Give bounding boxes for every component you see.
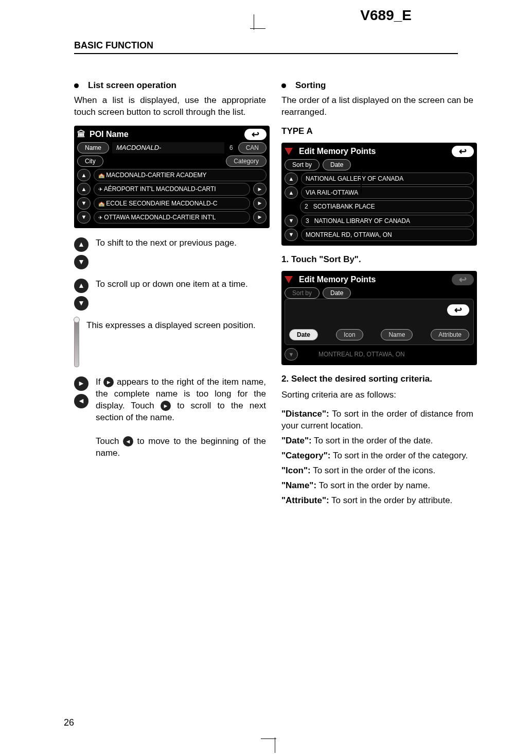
pin-icon (285, 276, 293, 283)
page-down-button[interactable]: ▼ (285, 229, 298, 241)
criteria-name-text: To sort in the order by name. (316, 480, 430, 490)
sort-by-value: Date (323, 287, 351, 299)
sort-option-name[interactable]: Name (381, 329, 413, 340)
scroll-right-button[interactable]: ► (253, 183, 267, 195)
city-tab[interactable]: City (77, 156, 103, 167)
poi-name-screenshot: 🏛 POI Name ↩ Name MACDONALD- 6 CAN City … (74, 126, 270, 228)
left-bullet-title: List screen operation (88, 80, 176, 92)
mem-row-4[interactable]: MONTREAL RD, OTTAWA, ON (301, 229, 474, 241)
sort-by-value[interactable]: Date (323, 159, 351, 170)
document-id: V689_E (360, 7, 412, 24)
criteria-icon-text: To sort in the order of the icons. (311, 466, 436, 475)
back-button[interactable]: ↩ (452, 146, 474, 157)
region-button[interactable]: CAN (238, 142, 267, 153)
mem-row-3-idx: 3 (306, 217, 309, 225)
arrow-desc-2a: Touch (96, 436, 123, 446)
criteria-name: "Name": To sort in the order by name. (281, 480, 473, 492)
criteria-intro: Sorting criteria are as follows: (281, 389, 473, 401)
criteria-attribute: "Attribute": To sort in the order by att… (281, 495, 473, 507)
right-bullet-heading: Sorting (281, 80, 473, 92)
page-up-button[interactable]: ▲ (285, 173, 298, 185)
name-tab[interactable]: Name (77, 142, 109, 153)
criteria-distance: "Distance": To sort in the order of dist… (281, 408, 473, 432)
left-bullet-heading: List screen operation (74, 80, 266, 92)
scroll-right-icon: ► (74, 376, 88, 391)
scroll-right-button[interactable]: ► (253, 197, 267, 210)
edit-memory-title: Edit Memory Points (299, 146, 376, 157)
sort-by-button-disabled: Sort by (285, 287, 320, 299)
left-column: List screen operation When a list is dis… (74, 80, 266, 510)
sort-screenshot-title: Edit Memory Points (299, 274, 376, 285)
section-header: BASIC FUNCTION (74, 40, 458, 54)
criteria-list: "Distance": To sort in the order of dist… (281, 408, 473, 507)
overlay-back-button[interactable]: ↩ (447, 304, 469, 316)
step-1: 1. Touch "Sort By". (281, 254, 473, 266)
plane-icon: ✈ (98, 215, 102, 220)
inline-right-icon: ► (161, 401, 171, 411)
name-scroll-desc: If ► appears to the right of the item na… (96, 376, 266, 459)
page-down-button[interactable]: ▼ (77, 211, 91, 224)
mem-row-2[interactable]: 2 SCOTIABANK PLACE (300, 200, 474, 213)
poi-row-0[interactable]: 🏫 MACDONALD-CARTIER ACADEMY (94, 169, 267, 181)
mem-row-0[interactable]: NATIONAL GALLERY OF CANADA (301, 173, 474, 185)
poi-row-2-text: ECOLE SECONDAIRE MACDONALD-C (106, 200, 217, 207)
right-column: Sorting The order of a list displayed on… (281, 80, 473, 510)
scroll-right-button[interactable]: ► (253, 211, 267, 224)
criteria-date: "Date": To sort in the order of the date… (281, 435, 473, 447)
line-down-button[interactable]: ▼ (285, 215, 298, 227)
sort-option-attribute[interactable]: Attribute (431, 329, 469, 340)
criteria-distance-label: "Distance": (281, 409, 329, 419)
line-up-button[interactable]: ▲ (285, 186, 298, 199)
arrow-desc-1a: If (96, 377, 103, 387)
criteria-name-label: "Name": (281, 480, 316, 490)
back-button[interactable]: ↩ (244, 129, 267, 140)
line-down-icon: ▼ (74, 296, 88, 311)
scroll-position-icon (74, 320, 79, 367)
sort-option-date[interactable]: Date (289, 329, 318, 340)
criteria-attribute-text: To sort in the order by attribute. (329, 495, 453, 505)
left-intro: When a list is displayed, use the approp… (74, 95, 266, 118)
scroll-left-icon: ◄ (74, 394, 88, 408)
mem-row-1[interactable]: VIA RAIL-OTTAWA (301, 186, 474, 199)
result-count: 6 (227, 144, 235, 152)
sort-by-button[interactable]: Sort by (285, 159, 320, 170)
poi-row-1[interactable]: ✈ AÉROPORT INT'L MACDONALD-CARTI (94, 183, 250, 195)
criteria-icon: "Icon": To sort in the order of the icon… (281, 465, 473, 477)
line-down-button[interactable]: ▼ (77, 197, 91, 210)
search-input[interactable]: MACDONALD- (112, 142, 224, 153)
poi-row-1-text: AÉROPORT INT'L MACDONALD-CARTI (104, 185, 216, 193)
plane-icon: ✈ (98, 186, 102, 192)
criteria-attribute-label: "Attribute": (281, 495, 329, 505)
sort-faded-row: MONTREAL RD, OTTAWA, ON (301, 350, 405, 358)
line-up-button[interactable]: ▲ (77, 183, 91, 195)
poi-row-0-text: MACDONALD-CARTIER ACADEMY (106, 171, 206, 179)
step-2: 2. Select the desired sorting criteria. (281, 373, 473, 385)
criteria-category: "Category": To sort in the order of the … (281, 450, 473, 462)
criteria-icon-label: "Icon": (281, 466, 311, 475)
crop-mark-icon (266, 735, 283, 753)
page-nav-desc: To shift to the next or previous page. (96, 237, 266, 249)
crop-mark-icon (245, 20, 262, 37)
bullet-icon (281, 83, 286, 88)
page-down-disabled: ▼ (285, 348, 298, 360)
page-up-button[interactable]: ▲ (77, 169, 91, 181)
scroll-bar-desc: This expresses a displayed screen positi… (86, 320, 266, 332)
bullet-icon (74, 83, 79, 88)
mem-row-2-idx: 2 (305, 203, 308, 210)
right-bullet-title: Sorting (295, 80, 326, 92)
mem-row-2-text: SCOTIABANK PLACE (313, 203, 375, 210)
poi-row-3[interactable]: ✈ OTTAWA MACDONALD-CARTIER INT'L (94, 211, 250, 224)
sort-overlay-screenshot: Edit Memory Points ↩ Sort by Date ↩ Date… (281, 271, 477, 365)
mem-row-3[interactable]: 3 NATIONAL LIBRARY OF CANADA (301, 215, 474, 227)
pin-icon (285, 148, 293, 155)
criteria-date-label: "Date": (281, 436, 312, 445)
bank-icon: 🏛 (77, 129, 85, 140)
page-down-icon: ▼ (74, 255, 88, 269)
edit-memory-screenshot: Edit Memory Points ↩ Sort by Date ▲ NATI… (281, 143, 477, 246)
right-intro: The order of a list displayed on the scr… (281, 95, 473, 118)
poi-row-3-text: OTTAWA MACDONALD-CARTIER INT'L (104, 214, 216, 221)
criteria-category-label: "Category": (281, 451, 330, 460)
category-button[interactable]: Category (226, 156, 267, 167)
poi-row-2[interactable]: 🏫 ECOLE SECONDAIRE MACDONALD-C (94, 197, 250, 210)
sort-option-icon[interactable]: Icon (336, 329, 363, 340)
